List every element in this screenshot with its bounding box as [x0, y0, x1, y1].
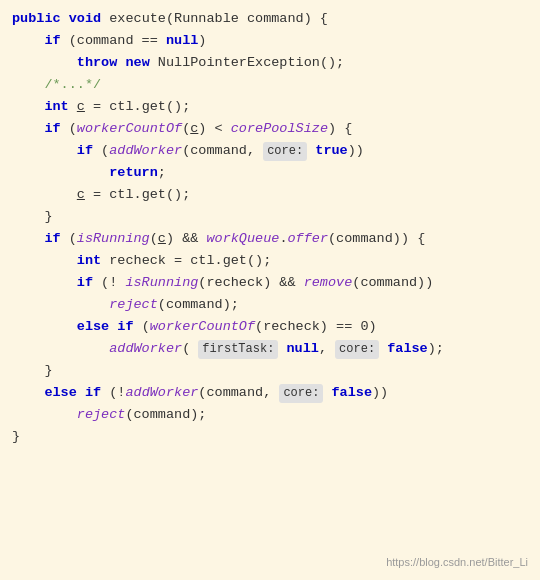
code-editor: public void execute(Runnable command) { … — [0, 0, 540, 580]
code-line: public void execute(Runnable command) { — [0, 8, 540, 30]
keyword-if4: if — [44, 228, 60, 250]
code-line: else if (! addWorker (command, core: fal… — [0, 382, 540, 404]
keyword-false: false — [387, 338, 428, 360]
code-line: else if ( workerCountOf (recheck) == 0) — [0, 316, 540, 338]
keyword-public: public — [12, 8, 61, 30]
keyword-false2: false — [332, 382, 373, 404]
keyword-else: else — [77, 316, 109, 338]
param-label-core2: core: — [335, 340, 379, 359]
code-line: } — [0, 426, 540, 448]
code-line: return ; — [0, 162, 540, 184]
code-line: if (! isRunning (recheck) && remove (com… — [0, 272, 540, 294]
param-label-firsttask: firstTask: — [198, 340, 278, 359]
keyword-if2: if — [44, 118, 60, 140]
keyword-new: new — [125, 52, 149, 74]
code-line: if (command == null ) — [0, 30, 540, 52]
code-line: int recheck = ctl.get(); — [0, 250, 540, 272]
keyword-if7: if — [85, 382, 101, 404]
code-line: if ( workerCountOf (c) < corePoolSize ) … — [0, 118, 540, 140]
code-line: /*...*/ — [0, 74, 540, 96]
keyword-if: if — [44, 30, 60, 52]
param-label-core3: core: — [279, 384, 323, 403]
code-line: } — [0, 360, 540, 382]
keyword-null2: null — [286, 338, 318, 360]
code-line: int c = ctl.get(); — [0, 96, 540, 118]
code-line: } — [0, 206, 540, 228]
keyword-return: return — [109, 162, 158, 184]
keyword-null: null — [166, 30, 198, 52]
keyword-if6: if — [117, 316, 133, 338]
keyword-int2: int — [77, 250, 101, 272]
watermark: https://blog.csdn.net/Bitter_Li — [386, 554, 528, 572]
code-line: c = ctl.get(); — [0, 184, 540, 206]
keyword-true: true — [315, 140, 347, 162]
code-line: if ( addWorker (command, core: true )) — [0, 140, 540, 162]
code-line: reject (command); — [0, 294, 540, 316]
code-line: addWorker ( firstTask: null , core: fals… — [0, 338, 540, 360]
keyword-else2: else — [44, 382, 76, 404]
code-line: reject (command); — [0, 404, 540, 426]
keyword-throw: throw — [77, 52, 118, 74]
param-label-core: core: — [263, 142, 307, 161]
code-line: throw new NullPointerException(); — [0, 52, 540, 74]
keyword-int: int — [44, 96, 68, 118]
code-line: if ( isRunning (c) && workQueue . offer … — [0, 228, 540, 250]
keyword-if3: if — [77, 140, 93, 162]
comment: /*...*/ — [44, 74, 101, 96]
keyword-if5: if — [77, 272, 93, 294]
keyword-void: void — [69, 8, 101, 30]
